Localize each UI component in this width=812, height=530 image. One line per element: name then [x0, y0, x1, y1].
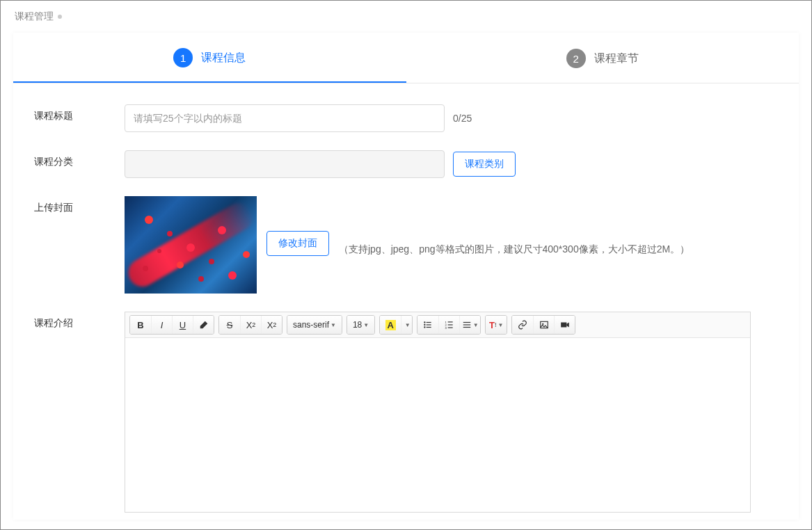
row-course-category: 课程分类 课程类别 [34, 150, 778, 178]
text-color-button[interactable]: A [380, 316, 401, 334]
link-icon [518, 320, 527, 330]
cover-image-preview [125, 196, 257, 294]
group-lists: 123 ▼ [417, 315, 481, 335]
font-size-select[interactable]: 18▼ [347, 316, 374, 334]
cover-hint-text: （支持jpg、jpeg、png等格式的图片，建议尺寸400*300像素，大小不超… [339, 243, 690, 256]
form-section: 课程标题 0/25 课程分类 课程类别 上传封面 [13, 83, 799, 520]
font-size-value: 18 [353, 320, 362, 330]
tab-course-chapters[interactable]: 2 课程章节 [406, 33, 799, 83]
italic-button[interactable]: I [151, 316, 172, 334]
row-upload-cover: 上传封面 修改封面 （支持jpg、jpeg、png等格式的图片，建议尺寸400*… [34, 196, 778, 294]
course-title-input[interactable] [125, 104, 445, 132]
row-course-title: 课程标题 0/25 [34, 104, 778, 132]
font-family-value: sans-serif [293, 320, 329, 330]
group-format: T!▼ [485, 315, 507, 335]
insert-image-button[interactable] [533, 316, 554, 334]
svg-rect-3 [427, 324, 431, 325]
svg-rect-1 [427, 322, 431, 323]
bullet-list-button[interactable] [417, 316, 438, 334]
page-title: 课程管理 [15, 10, 54, 23]
erase-button[interactable] [193, 316, 214, 334]
group-color: A ▼ [379, 315, 413, 335]
header-dot [58, 15, 62, 19]
svg-rect-12 [463, 322, 471, 323]
insert-video-button[interactable] [554, 316, 575, 334]
ordered-list-icon: 123 [445, 320, 454, 330]
format-clear-button[interactable]: T!▼ [486, 316, 507, 334]
label-upload-cover: 上传封面 [34, 196, 125, 214]
page-header: 课程管理 [1, 1, 811, 33]
svg-rect-9 [447, 324, 452, 325]
tab-label-2: 课程章节 [594, 51, 639, 66]
editor-body[interactable] [125, 338, 750, 512]
video-icon [560, 320, 570, 330]
svg-point-4 [424, 326, 425, 328]
bold-button[interactable]: B [130, 316, 151, 334]
tab-course-info[interactable]: 1 课程信息 [13, 33, 406, 83]
group-font-family: sans-serif▼ [287, 315, 342, 335]
image-icon [539, 320, 549, 330]
row-course-intro: 课程介绍 B I U S X2 [34, 312, 778, 513]
group-font-size: 18▼ [347, 315, 375, 335]
course-category-input[interactable] [125, 150, 445, 178]
rich-editor: B I U S X2 X2 [125, 312, 751, 513]
label-course-title: 课程标题 [34, 104, 125, 122]
underline-button[interactable]: U [172, 316, 193, 334]
course-category-button[interactable]: 课程类别 [453, 152, 516, 177]
subscript-button[interactable]: X2 [261, 316, 282, 334]
svg-point-0 [424, 321, 425, 323]
label-course-intro: 课程介绍 [34, 312, 125, 330]
svg-rect-7 [447, 321, 452, 322]
svg-rect-5 [427, 327, 431, 328]
insert-link-button[interactable] [512, 316, 533, 334]
tab-number-1: 1 [173, 48, 193, 67]
ordered-list-button[interactable]: 123 [438, 316, 459, 334]
font-family-select[interactable]: sans-serif▼ [287, 316, 342, 334]
align-button[interactable]: ▼ [459, 316, 480, 334]
svg-point-2 [424, 324, 425, 326]
editor-toolbar: B I U S X2 X2 [125, 312, 750, 338]
bullet-list-icon [423, 320, 433, 330]
superscript-button[interactable]: X2 [240, 316, 261, 334]
title-char-count: 0/25 [453, 113, 472, 124]
strikethrough-button[interactable]: S [219, 316, 240, 334]
svg-point-16 [542, 323, 543, 325]
content-card: 1 课程信息 2 课程章节 课程标题 0/25 课程分类 [13, 33, 799, 520]
svg-rect-17 [561, 323, 566, 328]
tab-label-1: 课程信息 [201, 51, 246, 65]
group-text-style: B I U [129, 315, 214, 335]
change-cover-button[interactable]: 修改封面 [266, 231, 329, 256]
group-script: S X2 X2 [218, 315, 282, 335]
align-icon [462, 320, 472, 330]
label-course-category: 课程分类 [34, 150, 125, 168]
svg-rect-14 [463, 327, 471, 328]
tab-number-2: 2 [566, 49, 586, 68]
tabs: 1 课程信息 2 课程章节 [13, 33, 799, 83]
text-color-dropdown[interactable]: ▼ [401, 316, 412, 334]
svg-rect-13 [463, 324, 471, 325]
eraser-icon [199, 320, 209, 330]
svg-rect-11 [447, 328, 452, 328]
svg-text:3: 3 [445, 326, 447, 330]
group-insert [511, 315, 575, 335]
